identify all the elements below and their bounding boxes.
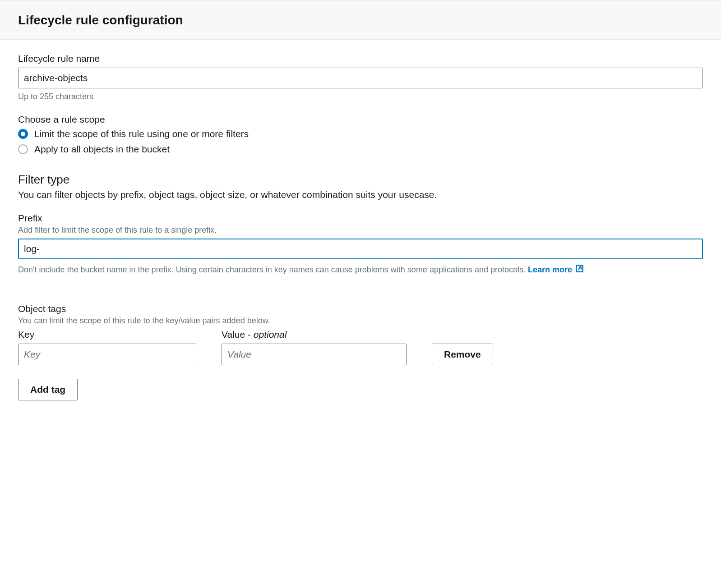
object-tags-label: Object tags bbox=[18, 303, 703, 314]
prefix-label: Prefix bbox=[18, 213, 703, 224]
object-tags-desc: You can limit the scope of this rule to … bbox=[18, 316, 703, 326]
radio-icon bbox=[18, 129, 28, 139]
tag-row: Key Value - optional Remove bbox=[18, 329, 703, 365]
learn-more-link[interactable]: Learn more bbox=[528, 265, 584, 274]
remove-tag-button[interactable]: Remove bbox=[432, 344, 493, 365]
tag-value-input[interactable] bbox=[222, 344, 407, 365]
page-title: Lifecycle rule configuration bbox=[18, 13, 703, 28]
rule-scope-option-label: Limit the scope of this rule using one o… bbox=[34, 129, 249, 139]
rule-scope-label: Choose a rule scope bbox=[18, 114, 703, 125]
rule-name-label: Lifecycle rule name bbox=[18, 53, 703, 64]
rule-scope-section: Choose a rule scope Limit the scope of t… bbox=[18, 114, 703, 155]
form-content: Lifecycle rule name Up to 255 characters… bbox=[0, 40, 721, 418]
prefix-helper: Don't include the bucket name in the pre… bbox=[18, 264, 703, 276]
rule-scope-radio-group: Limit the scope of this rule using one o… bbox=[18, 129, 703, 155]
prefix-desc: Add filter to limit the scope of this ru… bbox=[18, 225, 703, 235]
rule-name-section: Lifecycle rule name Up to 255 characters bbox=[18, 53, 703, 101]
page-header: Lifecycle rule configuration bbox=[0, 0, 721, 40]
filter-type-title: Filter type bbox=[18, 173, 703, 187]
tag-key-input[interactable] bbox=[18, 344, 196, 365]
tag-value-col: Value - optional bbox=[222, 329, 407, 365]
radio-icon bbox=[18, 144, 28, 154]
object-tags-section: Object tags You can limit the scope of t… bbox=[18, 303, 703, 400]
add-tag-button[interactable]: Add tag bbox=[18, 379, 78, 400]
rule-scope-option-limit[interactable]: Limit the scope of this rule using one o… bbox=[18, 129, 703, 139]
rule-name-helper: Up to 255 characters bbox=[18, 92, 703, 101]
tag-key-label: Key bbox=[18, 329, 196, 340]
prefix-input[interactable] bbox=[18, 239, 703, 259]
filter-type-section: Filter type You can filter objects by pr… bbox=[18, 173, 703, 200]
tag-key-col: Key bbox=[18, 329, 196, 365]
external-link-icon bbox=[575, 264, 584, 276]
prefix-helper-text: Don't include the bucket name in the pre… bbox=[18, 265, 528, 274]
rule-scope-option-all[interactable]: Apply to all objects in the bucket bbox=[18, 144, 703, 155]
rule-scope-option-label: Apply to all objects in the bucket bbox=[34, 144, 170, 155]
tag-value-label: Value - optional bbox=[222, 329, 407, 340]
rule-name-input[interactable] bbox=[18, 68, 703, 88]
prefix-section: Prefix Add filter to limit the scope of … bbox=[18, 213, 703, 276]
tag-remove-col: Remove bbox=[432, 344, 493, 365]
filter-type-desc: You can filter objects by prefix, object… bbox=[18, 189, 703, 200]
